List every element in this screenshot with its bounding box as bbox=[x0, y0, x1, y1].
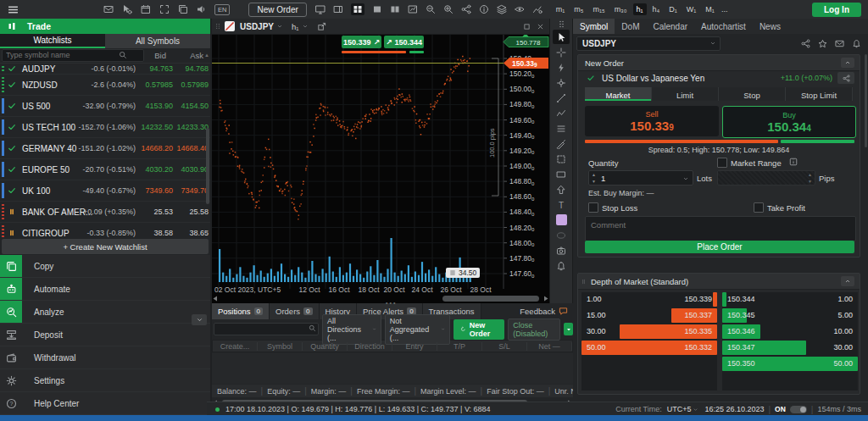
watchlist-row[interactable]: GERMANY 40-151.20 (-1.02%)14668.2014668.… bbox=[0, 138, 210, 159]
direction-filter-dropdown[interactable]: All Directions (... bbox=[322, 314, 381, 345]
watchlist-row[interactable]: BANK OF AMER...+0.09 (+0.35%)25.5325.58 bbox=[0, 202, 210, 223]
info-icon[interactable] bbox=[479, 3, 489, 15]
tab-orders[interactable]: Orders0 bbox=[270, 303, 320, 319]
place-order-button[interactable]: Place Order bbox=[585, 241, 854, 253]
tab-autochartist[interactable]: Autochartist bbox=[694, 19, 753, 34]
target-tool-icon[interactable] bbox=[553, 75, 570, 90]
positions-search-icon[interactable] bbox=[309, 324, 316, 332]
tab-calendar[interactable]: Calendar bbox=[646, 19, 694, 34]
chart-edit-icon[interactable] bbox=[408, 3, 418, 15]
symbol-selector-dropdown[interactable]: USDJPY bbox=[576, 36, 721, 51]
watchlist-scrollbar[interactable] bbox=[206, 128, 209, 204]
collapse-dom-icon[interactable] bbox=[841, 276, 854, 286]
create-watchlist-button[interactable]: + Create New Watchlist bbox=[2, 239, 209, 254]
sidebar-item-help-center[interactable]: ?Help Center bbox=[0, 392, 210, 415]
quantity-stepper[interactable]: ▲▼ 1 bbox=[588, 170, 693, 186]
feedback-icon[interactable] bbox=[559, 307, 568, 316]
arrow-shape-tool-icon[interactable] bbox=[553, 182, 570, 197]
fullscreen-icon[interactable] bbox=[159, 4, 170, 14]
trade-section-header[interactable]: Trade bbox=[0, 19, 210, 34]
dom-ask-row[interactable]: 150.35050.00 bbox=[722, 357, 858, 371]
chart-buy-button[interactable]: ↗150.344 bbox=[384, 36, 424, 48]
text-tool-icon[interactable]: T bbox=[553, 197, 570, 212]
column-header-6[interactable]: S/L bbox=[482, 342, 527, 351]
timezone-selector[interactable]: UTC+5 bbox=[667, 405, 692, 413]
language-selector[interactable]: EN bbox=[214, 4, 230, 15]
lightning-tool-icon[interactable] bbox=[553, 60, 570, 75]
price-alert-bell-icon[interactable] bbox=[852, 39, 861, 48]
chart-timeframe-label[interactable]: h₁ bbox=[292, 22, 299, 31]
watchlist-row[interactable]: UK 100-49.40 (-0.67%)7349.607349.70 bbox=[0, 180, 210, 202]
trend-line-tool-icon[interactable] bbox=[553, 91, 570, 105]
stop-loss-checkbox[interactable] bbox=[588, 202, 598, 213]
order-type-limit[interactable]: Limit bbox=[652, 87, 719, 101]
chart-drag-handle-icon[interactable] bbox=[214, 21, 221, 31]
order-type-stop-limit[interactable]: Stop Limit bbox=[786, 87, 853, 101]
email-alert-icon[interactable] bbox=[835, 39, 844, 48]
sell-button[interactable]: Sell 150.339 bbox=[585, 106, 719, 136]
sidebar-item-copy[interactable]: Copy bbox=[0, 255, 210, 278]
sidebar-item-analyze[interactable]: Analyze bbox=[0, 301, 210, 324]
market-range-checkbox[interactable] bbox=[717, 158, 727, 168]
watchlist-row[interactable]: CITIGROUP-0.33 (-0.85%)38.5838.65 bbox=[0, 223, 210, 238]
camera-tool-icon[interactable] bbox=[553, 243, 570, 258]
column-header-3[interactable]: Direction bbox=[348, 342, 392, 351]
dom-ask-row[interactable]: 150.34610.00 bbox=[722, 324, 858, 339]
watchlist-row[interactable]: EUROPE 50-20.70 (-0.51%)4030.204030.90 bbox=[0, 159, 210, 180]
tab-symbol[interactable]: Symbol bbox=[573, 19, 615, 34]
market-range-info-icon[interactable] bbox=[789, 158, 798, 166]
link-nodes-icon[interactable] bbox=[461, 3, 471, 15]
watchlist-row[interactable]: AUDJPY-0.6 (-0.01%)94.76394.768 bbox=[0, 64, 210, 75]
sidebar-item-settings[interactable]: Settings bbox=[0, 369, 210, 392]
toolbar-drag-handle-icon[interactable] bbox=[558, 20, 565, 28]
timeframe-M₁[interactable]: M₁ bbox=[702, 3, 718, 15]
dom-card-header[interactable]: Depth of Market (Standard) bbox=[578, 274, 860, 290]
dom-bid-row[interactable]: 1.00150.339 bbox=[581, 292, 717, 307]
color-swatch-icon[interactable] bbox=[556, 214, 567, 225]
column-header-2[interactable]: Quantity bbox=[303, 342, 348, 351]
more-timeframes-button[interactable]: ... bbox=[718, 3, 732, 15]
ellipse-tool-icon[interactable] bbox=[553, 228, 570, 242]
buy-button[interactable]: Buy 150.344 bbox=[722, 106, 856, 138]
hamburger-menu-icon[interactable] bbox=[8, 4, 19, 15]
polyline-tool-icon[interactable] bbox=[553, 106, 570, 120]
chart-sell-button[interactable]: 150.339↗ bbox=[342, 36, 381, 48]
timeframe-h₄[interactable]: h₄ bbox=[649, 3, 664, 15]
login-button[interactable]: Log In bbox=[812, 3, 861, 17]
timeframe-W₁[interactable]: W₁ bbox=[683, 3, 700, 15]
sound-toggle[interactable] bbox=[790, 406, 807, 413]
fib-lines-tool-icon[interactable] bbox=[553, 121, 570, 136]
layers-icon[interactable] bbox=[497, 3, 507, 15]
close-options-dropdown[interactable] bbox=[564, 323, 573, 335]
column-header-5[interactable]: T/P bbox=[437, 342, 482, 351]
timeframe-m₅[interactable]: m₅ bbox=[570, 3, 587, 15]
close-positions-button[interactable]: Close (Disabled) bbox=[508, 319, 560, 341]
take-profit-checkbox[interactable] bbox=[754, 202, 764, 213]
watchlist-row[interactable]: US TECH 100-152.70 (-1.06%)14232.5014233… bbox=[0, 117, 210, 138]
dom-drag-handle-icon[interactable] bbox=[581, 277, 587, 286]
tab-dom[interactable]: DoM bbox=[615, 19, 646, 34]
monitor-share-icon[interactable] bbox=[315, 3, 326, 15]
scroll-down-icon[interactable]: ▼ bbox=[204, 230, 209, 235]
chart-symbol-dropdown-icon[interactable] bbox=[276, 23, 283, 30]
zoom-out-icon[interactable] bbox=[426, 3, 436, 15]
dom-ask-row[interactable]: 150.34730.00 bbox=[722, 341, 858, 355]
new-order-card-header[interactable]: New Order bbox=[578, 55, 860, 71]
watchlist-row[interactable]: US 500-32.90 (-0.79%)4153.904154.50 bbox=[0, 96, 210, 117]
search-icon[interactable] bbox=[119, 51, 127, 59]
sidebar-item-deposit[interactable]: Deposit bbox=[0, 324, 210, 346]
sidebar-item-automate[interactable]: Automate bbox=[0, 278, 210, 301]
panel-layout-icon[interactable] bbox=[333, 3, 343, 15]
aggregation-filter-dropdown[interactable]: Not Aggregated (... bbox=[385, 314, 450, 345]
popout-chart-icon[interactable] bbox=[317, 22, 326, 31]
column-header-4[interactable]: Entry bbox=[392, 342, 437, 351]
column-header-1[interactable]: Symbol bbox=[258, 342, 303, 351]
sound-icon[interactable] bbox=[197, 4, 207, 14]
right-panel-scrollbar[interactable] bbox=[865, 54, 867, 147]
timeframe-m₁₅[interactable]: m₁₅ bbox=[589, 3, 608, 15]
order-type-stop[interactable]: Stop bbox=[719, 87, 786, 101]
instrument-network-icon[interactable] bbox=[837, 72, 854, 84]
bell-tool-icon[interactable] bbox=[553, 258, 570, 273]
timeframe-m₃₀[interactable]: m₃₀ bbox=[611, 3, 631, 15]
sidebar-item-withdrawal[interactable]: Withdrawal bbox=[0, 346, 210, 369]
